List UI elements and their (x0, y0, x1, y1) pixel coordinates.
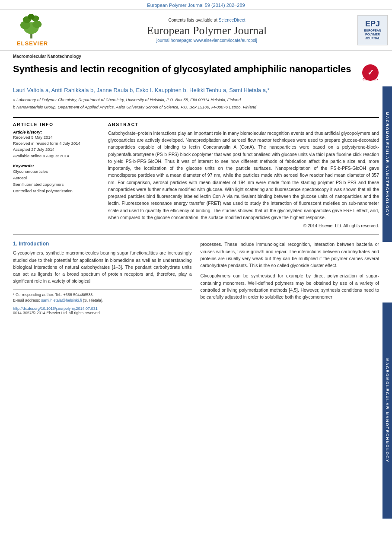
journal-header-center: Contents lists available at ScienceDirec… (65, 18, 349, 43)
svg-point-3 (32, 20, 41, 28)
copyright: © 2014 Elsevier Ltd. All rights reserved… (108, 223, 379, 228)
epj-abbr: EPJ (365, 20, 380, 28)
keyword-1: Glyconanoparticles (13, 168, 99, 175)
body-left-col: 1. Introduction Glycopolymers, synthetic… (13, 241, 192, 315)
body-right-col: processes. These include immunological r… (201, 241, 379, 315)
email-person: (S. Hietala). (83, 298, 104, 303)
elsevier-brand: ELSEVIER (17, 40, 48, 47)
intro-para-2: processes. These include immunological r… (201, 241, 379, 269)
side-label-top: MACROMOLECULAR NANOTECHNOLOGY (382, 86, 392, 242)
citation-text: European Polymer Journal 59 (2014) 282–2… (147, 3, 245, 8)
side-label-text-bottom: MACROMOLECULAR NANOTECHNOLOGY (385, 358, 389, 463)
svg-point-6 (28, 14, 34, 20)
received-revised-date: Received in revised form 4 July 2014 (13, 140, 99, 146)
journal-header: ELSEVIER Contents lists available at Sci… (0, 10, 392, 51)
svg-text:CrossMark: CrossMark (363, 78, 378, 81)
accepted-date: Accepted 27 July 2014 (13, 146, 99, 153)
journal-name: European Polymer Journal (65, 24, 349, 37)
abstract-text: Carbohydrate–protein interactions play a… (108, 130, 379, 221)
intro-para-3: Glycopolymers can be synthesised for exa… (201, 272, 379, 300)
side-label-text-top: MACROMOLECULAR NANOTECHNOLOGY (385, 112, 389, 217)
article-info-col: ARTICLE INFO Article history: Received 5… (13, 122, 99, 228)
body-columns: 1. Introduction Glycopolymers, synthetic… (13, 241, 379, 315)
issn-text: 0014-3057/© 2014 Elsevier Ltd. All right… (13, 311, 101, 315)
email-line: E-mail address: sami.hietala@helsinki.fi… (13, 298, 192, 304)
intro-text-1: Glycopolymers, synthetic macromolecules … (13, 250, 192, 283)
main-content: Macromolecular Nanotechnology Synthesis … (0, 51, 392, 315)
footnotes: * Corresponding author. Tel.: +358 50448… (13, 289, 192, 304)
contents-label: Contents lists available at (169, 18, 217, 22)
affiliation-a: a Laboratory of Polymer Chemistry, Depar… (13, 96, 379, 103)
article-title: Synthesis and lectin recognition of glyc… (13, 63, 357, 76)
journal-logo-right: EPJ EUROPEANPOLYMERJOURNAL (353, 15, 388, 45)
keyword-4: Controlled radical polymerization (13, 188, 99, 194)
doi-line[interactable]: http://dx.doi.org/10.1016/j.eurpolymj.20… (13, 306, 192, 311)
affiliations: a Laboratory of Polymer Chemistry, Depar… (13, 96, 379, 111)
authors: Lauri Valtola a, Antti Rahikkala b, Jann… (13, 84, 379, 96)
intro-text-3: Glycopolymers can be synthesised for exa… (201, 273, 379, 299)
intro-para-1: Glycopolymers, synthetic macromolecules … (13, 249, 192, 284)
section-divider (13, 234, 379, 235)
email-label: E-mail address: (13, 298, 40, 303)
keyword-2: Aerosol (13, 175, 99, 181)
article-info-title: ARTICLE INFO (13, 122, 99, 127)
keywords-label: Keywords: (13, 163, 99, 168)
doi-text[interactable]: http://dx.doi.org/10.1016/j.eurpolymj.20… (13, 306, 98, 311)
svg-text:✓: ✓ (367, 68, 374, 77)
elsevier-tree-icon (13, 13, 52, 39)
epj-full-name: EUROPEANPOLYMERJOURNAL (364, 29, 381, 40)
affiliation-b: b NanoMaterials Group, Department of App… (13, 103, 379, 111)
citation-bar: European Polymer Journal 59 (2014) 282–2… (0, 0, 392, 10)
section-tag: Macromolecular Nanotechnology (13, 51, 379, 60)
side-label-bottom: MACROMOLECULAR NANOTECHNOLOGY (382, 303, 392, 519)
history-label: Article history: (13, 130, 99, 134)
epj-logo: EPJ EUROPEANPOLYMERJOURNAL (357, 15, 388, 45)
abstract-title: ABSTRACT (108, 122, 379, 127)
crossmark-icon: ✓ CrossMark (362, 64, 379, 81)
intro-text-2: processes. These include immunological r… (201, 242, 379, 268)
article-info-abstract: ARTICLE INFO Article history: Received 5… (13, 117, 379, 228)
available-date: Available online 9 August 2014 (13, 153, 99, 159)
journal-homepage: journal homepage: www.elsevier.com/locat… (65, 38, 349, 43)
sciencedirect-link[interactable]: ScienceDirect (219, 18, 245, 22)
email-address[interactable]: sami.hietala@helsinki.fi (41, 298, 82, 303)
elsevier-logo-area: ELSEVIER (4, 13, 61, 47)
contents-line: Contents lists available at ScienceDirec… (65, 18, 349, 22)
corresponding-author: * Corresponding author. Tel.: +358 50448… (13, 292, 192, 298)
received-date: Received 5 May 2014 (13, 134, 99, 140)
introduction-heading: 1. Introduction (13, 241, 192, 247)
issn-line: 0014-3057/© 2014 Elsevier Ltd. All right… (13, 311, 192, 315)
abstract-col: ABSTRACT Carbohydrate–protein interactio… (108, 122, 379, 228)
article-title-row: Synthesis and lectin recognition of glyc… (13, 60, 379, 84)
elsevier-logo: ELSEVIER (4, 13, 61, 47)
keyword-3: Semifluorinated copolymers (13, 181, 99, 188)
